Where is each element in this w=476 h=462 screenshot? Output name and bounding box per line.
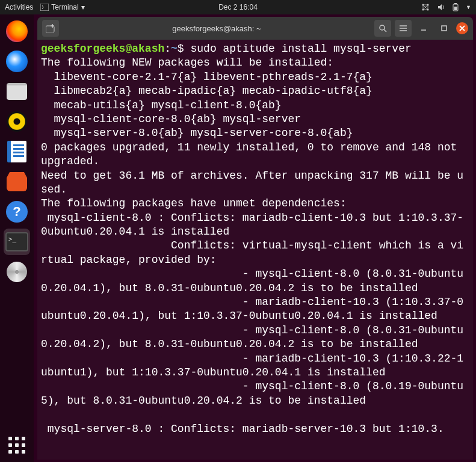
files-icon — [7, 83, 27, 100]
dock-files[interactable] — [4, 78, 30, 105]
prompt-colon: : — [164, 43, 171, 55]
new-tab-button[interactable] — [42, 20, 59, 37]
terminal-app-icon: >_ — [5, 232, 28, 251]
minimize-icon — [420, 25, 427, 32]
dock: ? >_ — [0, 14, 34, 462]
dock-thunderbird[interactable] — [4, 48, 30, 75]
hamburger-icon — [399, 25, 407, 32]
battery-icon — [453, 3, 459, 11]
terminal-window: geeksforgeeks@akash: ~ geeksforgeeks@aka… — [37, 17, 473, 460]
terminal-icon — [40, 4, 49, 11]
svg-rect-6 — [454, 3, 457, 4]
clock[interactable]: Dec 2 16:04 — [218, 3, 258, 11]
close-button[interactable] — [456, 22, 468, 34]
svg-point-9 — [380, 25, 385, 30]
minimize-button[interactable] — [415, 20, 432, 37]
software-icon — [7, 172, 27, 191]
thunderbird-icon — [6, 51, 28, 72]
svg-rect-8 — [46, 26, 54, 32]
chevron-down-icon: ▾ — [81, 3, 85, 11]
app-indicator[interactable]: Terminal ▾ — [40, 3, 84, 11]
prompt-dollar: $ — [178, 43, 184, 55]
top-bar: Activities Terminal ▾ Dec 2 16:04 ▼ — [0, 0, 476, 14]
maximize-button[interactable] — [436, 20, 453, 37]
system-tray[interactable]: ▼ — [421, 3, 471, 11]
new-tab-icon — [46, 24, 55, 32]
activities-button[interactable]: Activities — [5, 3, 33, 11]
maximize-icon — [440, 25, 448, 32]
show-applications-button[interactable] — [4, 432, 30, 458]
titlebar: geeksforgeeks@akash: ~ — [37, 17, 473, 40]
dock-writer[interactable] — [4, 138, 30, 165]
chevron-down-icon: ▼ — [466, 4, 471, 10]
search-icon — [379, 24, 387, 32]
writer-icon — [7, 141, 26, 162]
prompt-user: geeksforgeeks@akash — [41, 43, 164, 55]
app-name-label: Terminal — [51, 3, 78, 11]
disc-icon — [7, 262, 27, 282]
terminal-content[interactable]: geeksforgeeks@akash:~$ sudo aptitude ins… — [37, 40, 473, 460]
svg-rect-7 — [454, 7, 457, 10]
dock-rhythmbox[interactable] — [4, 108, 30, 135]
close-icon — [459, 25, 465, 31]
network-icon — [421, 3, 430, 11]
dock-software[interactable] — [4, 168, 30, 195]
rhythmbox-icon — [7, 111, 27, 132]
dock-firefox[interactable] — [4, 18, 30, 45]
dock-disc[interactable] — [4, 259, 30, 285]
firefox-icon — [6, 20, 28, 42]
command-text: sudo aptitude install mysql-server — [190, 43, 411, 55]
menu-button[interactable] — [395, 20, 412, 37]
svg-rect-0 — [40, 4, 49, 11]
terminal-output: The following NEW packages will be insta… — [41, 57, 463, 434]
prompt-path: ~ — [171, 43, 178, 55]
help-icon: ? — [6, 201, 28, 223]
volume-icon — [437, 3, 445, 11]
search-button[interactable] — [374, 20, 391, 37]
dock-help[interactable]: ? — [4, 199, 30, 225]
svg-rect-10 — [442, 26, 447, 31]
dock-terminal[interactable]: >_ — [4, 229, 30, 255]
window-title: geeksforgeeks@akash: ~ — [64, 24, 369, 33]
